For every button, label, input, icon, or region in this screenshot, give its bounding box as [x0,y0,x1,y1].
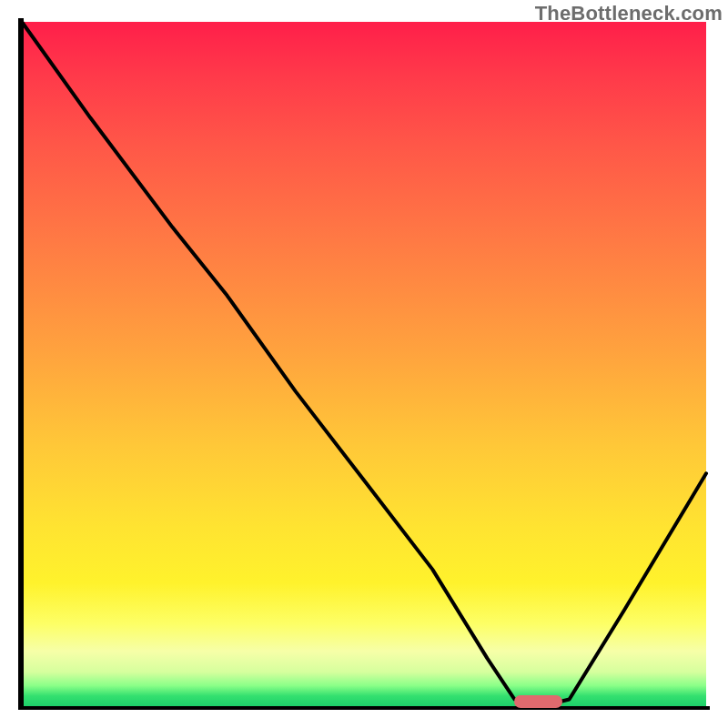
bottleneck-curve [22,22,706,706]
bottleneck-chart: TheBottleneck.com [0,0,728,728]
curve-layer [22,22,706,706]
optimal-range-marker [514,695,562,708]
x-axis [18,706,710,710]
